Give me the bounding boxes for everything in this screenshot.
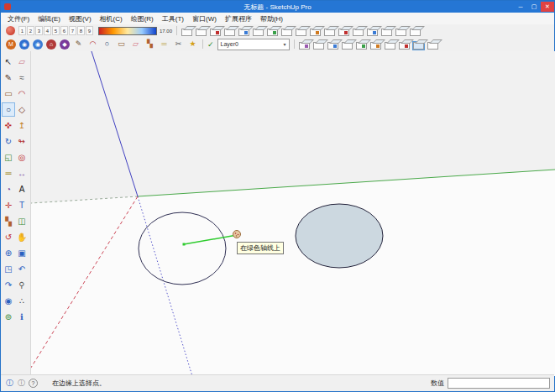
style-cube-4[interactable] [342,42,353,50]
views-cube-4[interactable] [224,29,235,36]
globe-3d-icon[interactable]: ◉ [33,39,43,50]
help-icon[interactable]: ? [29,379,38,388]
tape-measure-tool[interactable]: ═ [2,166,15,180]
push-pull-tool[interactable]: ↥ [15,118,29,133]
minimize-button[interactable]: ─ [514,2,527,12]
dimension-tool[interactable]: ↔ [15,166,29,180]
style-cube-9[interactable] [413,42,424,50]
menu-file[interactable]: 文件(F) [3,14,34,24]
style-cube-5[interactable] [356,42,367,50]
style-cube-3[interactable] [327,42,338,50]
close-button[interactable]: ✕ [541,2,554,12]
style-digit-4[interactable]: 4 [44,26,51,35]
rectangle-icon[interactable]: ▭ [115,39,128,50]
scale-tool[interactable]: ◱ [2,150,15,165]
views-cube-9[interactable] [296,29,306,36]
axes-tool[interactable]: ✛ [2,198,15,212]
circle-icon[interactable]: ○ [101,39,113,50]
style-digit-7[interactable]: 7 [69,26,76,35]
warehouse-icon[interactable]: ⌂ [46,39,56,50]
move-tool[interactable]: ✜ [2,118,15,133]
orbit-tool[interactable]: ↺ [2,230,15,244]
arc-icon[interactable]: ◠ [86,39,99,50]
eraser-icon[interactable]: ▱ [129,39,142,50]
layers-dropdown[interactable]: Layer0 ▾ [217,39,290,50]
walk-tool[interactable]: ∴ [15,294,29,308]
style-digit-3[interactable]: 3 [35,26,43,35]
views-cube-17[interactable] [410,29,421,36]
menu-extensions[interactable]: 扩展程序 [221,14,256,24]
views-cube-2[interactable] [196,29,207,36]
menu-camera[interactable]: 相机(C) [96,14,127,24]
menu-view[interactable]: 视图(V) [65,14,96,24]
filled-circle-shape[interactable] [296,204,383,268]
style-digit-2[interactable]: 2 [27,26,34,35]
style-digit-9[interactable]: 9 [86,26,93,35]
shadow-gradient-slider[interactable] [98,27,157,35]
rectangle-tool[interactable]: ▭ [2,86,15,101]
text-tool[interactable]: A [15,182,29,196]
menu-help[interactable]: 帮助(H) [256,14,287,24]
3d-text-tool[interactable]: T [15,198,29,212]
drawing-canvas[interactable]: 在绿色轴线上 [31,51,555,376]
star-icon[interactable]: ★ [186,39,199,50]
views-cube-3[interactable] [210,29,221,36]
add-location-tool[interactable]: ⊚ [2,310,15,324]
style-cube-2[interactable] [313,42,324,50]
select-tool[interactable]: ↖ [2,55,15,69]
scissors-icon[interactable]: ✂ [172,39,185,50]
position-camera-tool[interactable]: ⚲ [15,278,29,292]
measure-icon[interactable]: ═ [158,39,170,50]
views-cube-16[interactable] [395,29,406,36]
eraser-tool[interactable]: ▱ [15,55,29,69]
globe-icon[interactable]: ◉ [19,39,29,50]
style-digit-5[interactable]: 5 [52,26,60,35]
model-info-tool[interactable]: ℹ [15,310,29,324]
style-cube-6[interactable] [370,42,381,50]
style-digit-1[interactable]: 1 [18,26,26,35]
look-around-tool[interactable]: ◉ [2,294,15,308]
rotate-tool[interactable]: ↻ [2,134,15,149]
views-cube-11[interactable] [324,29,335,36]
views-cube-10[interactable] [310,29,321,36]
paint-bucket-icon[interactable]: ▚ [144,39,156,50]
paint-tool[interactable]: ▚ [2,214,15,228]
views-cube-1[interactable] [181,29,192,36]
zoom-tool[interactable]: ⊕ [2,246,15,260]
style-cube-10[interactable] [427,42,438,50]
views-cube-6[interactable] [253,29,264,36]
geo-info-icon[interactable]: ⓘ [5,379,14,388]
menu-draw[interactable]: 绘图(R) [127,14,158,24]
red-sphere-icon[interactable] [6,26,15,35]
section-plane-tool[interactable]: ◫ [15,214,29,228]
line-tool[interactable]: ✎ [2,71,15,85]
style-cube-1[interactable] [299,42,310,50]
protractor-tool[interactable]: ◔ [2,182,15,196]
views-cube-5[interactable] [238,29,249,36]
previous-view-tool[interactable]: ↶ [15,262,29,276]
pan-tool[interactable]: ✋ [15,230,29,244]
circle-tool[interactable]: ○ [2,102,15,117]
views-cube-15[interactable] [381,29,392,36]
style-digit-8[interactable]: 8 [77,26,85,35]
views-cube-13[interactable] [353,29,364,36]
menu-tools[interactable]: 工具(T) [158,14,188,24]
arc-tool[interactable]: ◠ [15,86,29,101]
style-cube-7[interactable] [385,42,395,50]
credits-icon[interactable]: ⓘ [17,379,26,388]
maximize-button[interactable]: ▢ [527,2,541,12]
zoom-window-tool[interactable]: ◳ [2,262,15,276]
style-cube-8[interactable] [399,42,410,50]
style-digit-6[interactable]: 6 [60,26,68,35]
freehand-tool[interactable]: ≈ [15,71,29,85]
menu-edit[interactable]: 编辑(E) [34,14,65,24]
pencil-icon[interactable]: ✎ [72,39,85,50]
views-cube-12[interactable] [338,29,349,36]
extension-icon[interactable]: ◆ [60,39,70,50]
measurements-input[interactable] [448,378,550,389]
menu-window[interactable]: 窗口(W) [188,14,221,24]
offset-tool[interactable]: ◎ [15,150,29,165]
next-view-tool[interactable]: ↷ [2,278,15,292]
views-cube-8[interactable] [281,29,292,36]
views-cube-14[interactable] [367,29,378,36]
